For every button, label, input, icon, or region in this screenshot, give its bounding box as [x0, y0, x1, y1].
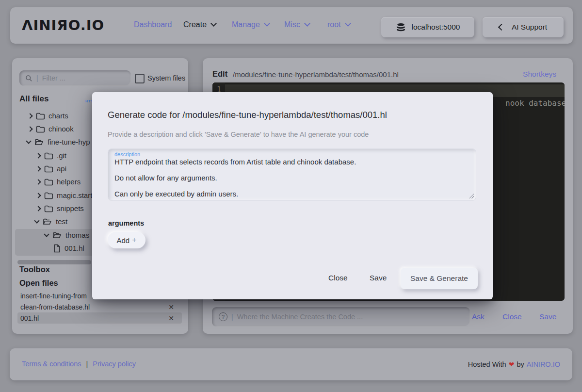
- chevron-right-icon: [35, 166, 41, 171]
- file-icon: [53, 244, 61, 253]
- footer-divider: |: [86, 360, 88, 368]
- chevron-left-icon: [498, 24, 505, 31]
- chevron-down-icon: [345, 20, 351, 27]
- privacy-link[interactable]: Privacy policy: [93, 360, 136, 368]
- chevron-right-icon: [27, 126, 32, 131]
- app-root: ΛINIЯO.IO Dashboard Create Manage Misc r…: [0, 0, 582, 392]
- description-value: HTTP endpoint that selects records from …: [114, 158, 466, 198]
- toolbox-heading: Toolbox: [19, 265, 50, 274]
- all-files-heading: All files: [19, 94, 48, 104]
- help-icon: ?: [219, 312, 227, 321]
- shortkeys-link[interactable]: Shortkeys: [523, 70, 556, 79]
- chevron-down-icon: [304, 20, 310, 27]
- chevron-right-icon: [35, 206, 41, 211]
- nav-dashboard[interactable]: Dashboard: [134, 20, 172, 29]
- dialog-save-button[interactable]: Save: [370, 274, 387, 282]
- chevron-down-icon: [34, 218, 39, 223]
- folder-icon: [44, 178, 53, 186]
- tree-horizontal-scrollbar[interactable]: [17, 260, 91, 264]
- folder-icon: [44, 165, 53, 173]
- folder-open-icon: [43, 218, 52, 226]
- open-files-heading: Open files: [19, 278, 58, 288]
- save-generate-button[interactable]: Save & Generate: [401, 268, 478, 289]
- close-icon[interactable]: ✕: [168, 314, 182, 322]
- chevron-right-icon: [35, 193, 41, 198]
- open-file-001-hl[interactable]: 001.hl ✕: [17, 312, 182, 324]
- prompt-placeholder: Where the Machine Creates the Code ...: [237, 313, 363, 321]
- folder-open-icon: [52, 231, 62, 239]
- folder-icon: [44, 152, 53, 160]
- resize-handle[interactable]: [469, 194, 474, 198]
- database-icon: [396, 22, 406, 33]
- nav-misc[interactable]: Misc: [284, 20, 309, 29]
- folder-icon: [44, 192, 53, 199]
- terms-link[interactable]: Terms & conditions: [22, 360, 81, 368]
- nav-root[interactable]: root: [327, 20, 350, 29]
- ai-support-button[interactable]: AI Support: [483, 17, 564, 37]
- ainiro-logo[interactable]: ΛINIЯO.IO: [22, 17, 104, 33]
- dialog-close-button[interactable]: Close: [328, 274, 348, 282]
- arguments-label: arguments: [108, 219, 144, 227]
- server-button[interactable]: localhost:5000: [381, 17, 474, 37]
- ainiro-footer-link[interactable]: AINIRO.IO: [527, 360, 560, 368]
- footer: Terms & conditions | Privacy policy Host…: [10, 348, 572, 380]
- chevron-down-icon: [44, 231, 49, 237]
- folder-icon: [44, 205, 53, 212]
- editor-close-button[interactable]: Close: [502, 312, 522, 321]
- open-file-clean-from-database[interactable]: clean-from-database.hl ✕: [17, 301, 182, 312]
- code-comment-fragment: nook database.: [505, 98, 565, 108]
- description-textarea[interactable]: description HTTP endpoint that selects r…: [108, 148, 476, 201]
- folder-icon: [36, 125, 45, 133]
- generate-code-dialog: Generate code for /modules/fine-tune-hyp…: [92, 92, 493, 299]
- folder-icon: [36, 112, 45, 120]
- chevron-down-icon: [264, 20, 270, 27]
- chevron-right-icon: [35, 179, 41, 184]
- editor-save-button[interactable]: Save: [539, 312, 556, 321]
- ask-button[interactable]: Ask: [472, 312, 485, 321]
- search-icon: [25, 75, 32, 82]
- nav-create[interactable]: Create: [183, 20, 216, 29]
- folder-open-icon: [34, 138, 44, 146]
- chevron-down-icon: [26, 138, 31, 144]
- dialog-subtitle: Provide a description and click 'Save & …: [108, 131, 369, 138]
- chevron-down-icon: [210, 20, 217, 27]
- dialog-title: Generate code for /modules/fine-tune-hyp…: [108, 110, 387, 120]
- plus-icon: +: [132, 236, 136, 245]
- hosted-with: Hosted With ❤ by AINIRO.IO: [468, 360, 560, 368]
- system-files-checkbox[interactable]: [135, 74, 145, 83]
- machine-prompt-input[interactable]: ? | Where the Machine Creates the Code .…: [212, 307, 470, 327]
- chevron-right-icon: [35, 153, 41, 158]
- nav-manage[interactable]: Manage: [232, 20, 269, 29]
- system-files-label: System files: [147, 74, 185, 82]
- filter-placeholder: Filter ...: [42, 74, 65, 82]
- heart-icon: ❤: [509, 360, 515, 368]
- close-icon[interactable]: ✕: [168, 303, 182, 311]
- navbar: ΛINIЯO.IO Dashboard Create Manage Misc r…: [10, 7, 573, 44]
- add-argument-button[interactable]: Add +: [108, 232, 146, 248]
- edit-file-path: /modules/fine-tune-hyperlambda/test/thom…: [233, 70, 399, 79]
- description-field-label: description: [114, 151, 140, 157]
- filter-input[interactable]: | Filter ...: [19, 70, 131, 86]
- chevron-right-icon: [27, 113, 32, 118]
- edit-label: Edit: [212, 69, 227, 79]
